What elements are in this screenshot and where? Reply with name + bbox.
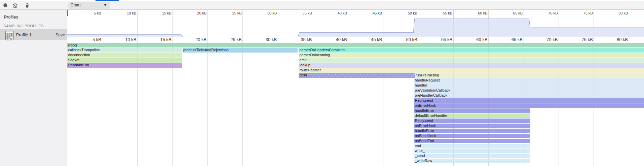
svg-text:%: % bbox=[10, 37, 13, 40]
